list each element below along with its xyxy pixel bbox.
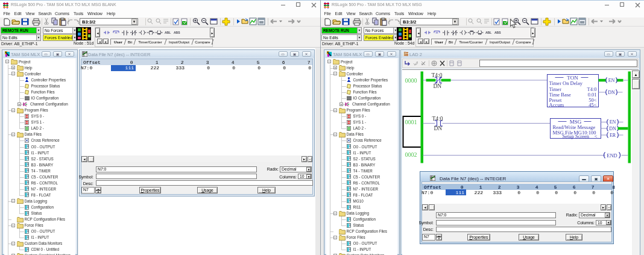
svg-text:ABL: ABL: [485, 31, 491, 34]
svg-text:DN: DN: [609, 126, 616, 131]
svg-text:0000: 0000: [405, 77, 417, 84]
svg-text:DN: DN: [434, 83, 442, 89]
svg-text:EN: EN: [608, 78, 615, 83]
svg-text:ABS: ABS: [174, 31, 180, 34]
svg-text:T4:0: T4:0: [432, 116, 443, 122]
svg-text:Timer On Delay: Timer On Delay: [549, 80, 583, 86]
svg-text:Accum: Accum: [549, 102, 564, 108]
svg-text:TON: TON: [567, 75, 578, 81]
svg-text:0001: 0001: [405, 119, 417, 125]
svg-text:EN: EN: [610, 119, 616, 125]
svg-text:0002: 0002: [405, 151, 417, 158]
svg-text:ABS: ABS: [494, 31, 501, 34]
svg-text:Setup Screen: Setup Screen: [563, 133, 590, 139]
svg-text:ABL: ABL: [165, 31, 171, 34]
svg-text:ER: ER: [610, 133, 616, 138]
svg-text:T4:0: T4:0: [432, 72, 443, 78]
svg-text:DN: DN: [434, 125, 443, 131]
svg-text:Timer: Timer: [549, 86, 562, 92]
svg-text:T4:0: T4:0: [587, 86, 596, 92]
svg-text:<: <: [595, 133, 598, 139]
svg-text:DN: DN: [608, 90, 615, 95]
svg-text:END: END: [607, 153, 617, 159]
svg-text:45<: 45<: [589, 102, 597, 108]
